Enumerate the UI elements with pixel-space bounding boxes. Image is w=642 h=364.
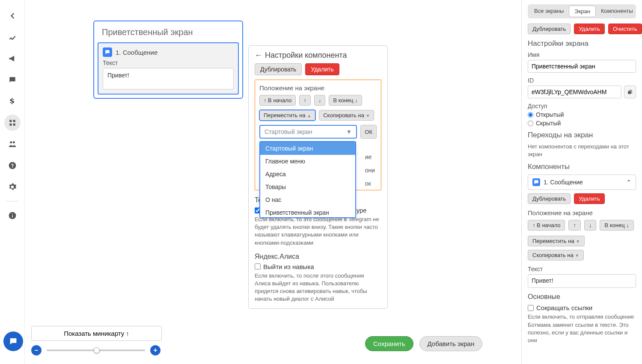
dropdown-option[interactable]: Стартовый экран: [260, 142, 355, 155]
screen-clear-button[interactable]: Очистить: [608, 24, 642, 34]
dropdown-option[interactable]: Главное меню: [260, 155, 355, 168]
position-title: Положение на экране: [259, 84, 377, 92]
nav-help[interactable]: [4, 157, 21, 174]
dropdown-option[interactable]: Приветственный экран: [260, 206, 355, 218]
tab-all-screens[interactable]: Все экраны: [529, 6, 569, 17]
message-icon: [532, 178, 540, 186]
nav-back[interactable]: [4, 8, 21, 24]
component-settings-panel: ←Настройки компонента Дублировать Удалит…: [248, 45, 388, 309]
screen-delete-button[interactable]: Удалить: [574, 24, 605, 34]
short-links-checkbox[interactable]: [528, 305, 534, 311]
screen-title: Приветственный экран: [94, 21, 242, 42]
nav-messages[interactable]: [4, 72, 21, 88]
zoom-thumb[interactable]: [94, 347, 100, 353]
panel-tabs: Все экраны Экран Компоненты: [528, 4, 636, 18]
component-block[interactable]: 1. Сообщение Текст Привет!: [98, 42, 239, 95]
comp-duplicate-button[interactable]: Дублировать: [528, 193, 571, 204]
nav-payments[interactable]: [4, 93, 21, 109]
move-to-button[interactable]: Переместить на ▲: [259, 110, 315, 121]
ok-button[interactable]: ОК: [360, 125, 377, 139]
to-start-button[interactable]: ↑ В начало: [259, 95, 296, 106]
zoom-in-button[interactable]: +: [150, 345, 160, 355]
nav-broadcast[interactable]: [4, 50, 21, 67]
right-copy-to-button[interactable]: Скопировать на ▼: [528, 250, 584, 260]
dropdown-option[interactable]: О нас: [260, 193, 355, 206]
copy-id-button[interactable]: [624, 86, 636, 98]
right-panel: Все экраны Экран Компоненты Дублировать …: [521, 0, 642, 364]
alice-exit-checkbox[interactable]: [255, 263, 261, 269]
id-input[interactable]: [528, 86, 621, 98]
text-label: Текст: [103, 59, 234, 66]
right-text-label: Текст: [528, 266, 636, 272]
right-move-up-button[interactable]: ↑: [568, 220, 581, 231]
right-move-down-button[interactable]: ↓: [584, 220, 597, 231]
screen-select[interactable]: Стартовый экран ▼: [259, 125, 357, 139]
duplicate-button[interactable]: Дублировать: [255, 63, 302, 75]
tab-components[interactable]: Компоненты: [596, 6, 638, 17]
bottom-left-controls: Показать миникарту ↑ – +: [31, 326, 162, 355]
component-list-item[interactable]: 1. Сообщение ⌃: [528, 175, 636, 190]
to-end-button[interactable]: В конец ↓: [329, 95, 362, 106]
left-nav: [0, 0, 25, 364]
right-to-end-button[interactable]: В конец ↓: [600, 220, 633, 231]
chevron-down-icon: ▼: [346, 128, 352, 135]
text-value: Привет!: [103, 68, 234, 89]
move-up-button[interactable]: ↑: [299, 95, 311, 106]
panel-title: ←Настройки компонента: [255, 51, 381, 60]
right-text-input[interactable]: Привет!: [528, 274, 636, 288]
access-hidden-radio[interactable]: [528, 121, 533, 126]
chevron-up-icon: ⌃: [626, 179, 631, 186]
components-title: Компоненты: [528, 163, 636, 171]
zoom-out-button[interactable]: –: [31, 345, 42, 355]
access-label: Доступ: [528, 103, 636, 109]
comp-delete-button[interactable]: Удалить: [574, 193, 605, 204]
transitions-empty: Нет компонентов с переходами на этот экр…: [528, 143, 636, 158]
transitions-title: Переходы на экран: [528, 131, 636, 139]
screen-settings-title: Настройки экрана: [528, 39, 636, 48]
nav-settings[interactable]: [4, 179, 21, 195]
move-down-button[interactable]: ↓: [314, 95, 326, 106]
right-position-title: Положение на экране: [528, 209, 636, 216]
screen-duplicate-button[interactable]: Дублировать: [528, 24, 571, 34]
screen-dropdown: Стартовый экран Главное меню Адреса Това…: [259, 141, 356, 218]
name-label: Имя: [528, 51, 636, 58]
access-open-radio[interactable]: [528, 112, 533, 118]
message-icon: [103, 47, 112, 57]
component-badge: 1. Сообщение: [116, 49, 158, 56]
delete-button[interactable]: Удалить: [305, 63, 339, 75]
name-input[interactable]: [528, 60, 636, 73]
toggle-minimap-button[interactable]: Показать миникарту ↑: [31, 326, 162, 341]
alice-section: Яндекс.Алиса Выйти из навыка Если включи…: [255, 253, 381, 303]
nav-users[interactable]: [4, 136, 21, 152]
position-box: Положение на экране ↑ В начало ↑ ↓ В кон…: [255, 80, 381, 190]
save-button[interactable]: Сохранить: [365, 336, 413, 351]
add-screen-button[interactable]: Добавить экран: [419, 336, 483, 351]
canvas[interactable]: Приветственный экран 1. Сообщение Текст …: [25, 0, 521, 364]
copy-to-button[interactable]: Скопировать на ▼: [319, 110, 374, 121]
zoom-slider[interactable]: [47, 349, 145, 351]
dropdown-option[interactable]: Товары: [260, 181, 355, 193]
bottom-action-buttons: Сохранить Добавить экран: [365, 336, 482, 351]
nav-flow[interactable]: [4, 115, 21, 131]
screen-card[interactable]: Приветственный экран 1. Сообщение Текст …: [93, 21, 243, 99]
right-to-start-button[interactable]: ↑ В начало: [528, 220, 565, 231]
id-label: ID: [528, 77, 636, 84]
support-chat-button[interactable]: [3, 331, 23, 351]
nav-info[interactable]: [4, 207, 21, 224]
nav-analytics[interactable]: [4, 29, 21, 45]
back-arrow-icon[interactable]: ←: [255, 51, 262, 59]
dropdown-option[interactable]: Адреса: [260, 168, 355, 181]
tab-screen[interactable]: Экран: [569, 6, 596, 17]
main-title: Основные: [528, 293, 636, 301]
right-move-to-button[interactable]: Переместить на ▼: [528, 236, 585, 246]
